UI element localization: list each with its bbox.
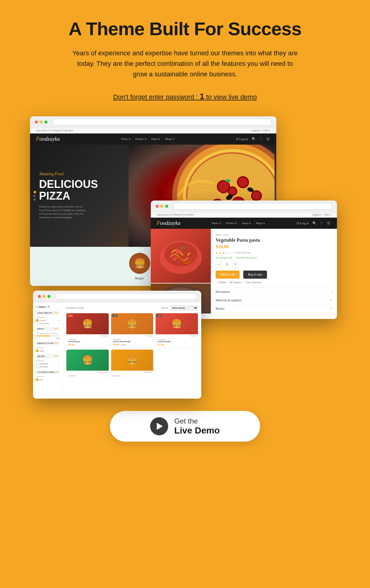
- product-type-title: PRODUCT TYPE Reset: [36, 341, 60, 345]
- product-label: Burger: [129, 276, 150, 280]
- password-number: 1: [200, 92, 205, 101]
- price-3: $25.00: [157, 343, 196, 346]
- store-nav-2: Foodzayka Home ∨ Product ∨ Pages ∨ Blogs…: [151, 218, 337, 229]
- svg-point-14: [252, 191, 261, 200]
- url-bar: [52, 119, 271, 125]
- store-tagline: Open Doors To A World Of Craft Beer: [36, 129, 73, 132]
- product-card-1: New 🍔 • In stock burgerking cheeseburger…: [66, 313, 109, 348]
- product-img-5: 🍔: [111, 350, 153, 371]
- add-to-cart-button[interactable]: Add to cart: [216, 271, 240, 279]
- accordion-review[interactable]: Review+: [216, 304, 332, 313]
- nav-dot: [34, 199, 35, 201]
- instock-filter[interactable]: In stock 6: [36, 319, 60, 322]
- sort-select[interactable]: Best selling Price: Low to High Price: H…: [170, 305, 198, 311]
- filters-header: ≡ Filters ⊞: [36, 305, 60, 308]
- sort-area: Sort by Best selling Price: Low to High …: [162, 305, 198, 311]
- burgerking-filter[interactable]: burgerking 3: [36, 362, 60, 365]
- stock-5: • out of stock: [111, 371, 153, 374]
- cta-line1: Get the: [174, 417, 220, 425]
- product-actions-row: ♡ Wishlist ⊞ Compare ? Ask a Question: [216, 281, 332, 284]
- minimize-dot-2: [160, 205, 163, 208]
- buy-now-button[interactable]: Buy it now: [243, 271, 267, 279]
- nav-links: Home ∨ Product ∨ Pages ∨ Blogs ∨: [121, 137, 174, 140]
- price-reset[interactable]: Reset: [54, 328, 59, 330]
- svg-point-16: [229, 188, 236, 195]
- product-main-image: [151, 229, 211, 283]
- product-card-5: 🍔 • out of stock burgerking: [111, 349, 154, 378]
- product-type-reset[interactable]: Reset: [54, 342, 59, 345]
- custom-label-reset[interactable]: Reset: [55, 371, 59, 373]
- cta-wrapper: Get the Live Demo: [24, 411, 346, 442]
- product-img-1: New 🍔: [66, 313, 109, 334]
- sort-label: Sort by: [162, 307, 168, 309]
- name-3: seafood burger: [157, 340, 196, 343]
- page-wrapper: A Theme Built For Success Years of exper…: [0, 0, 370, 466]
- browser-mockup-shop: ≡ Filters ⊞ AVAILABILITY Reset 0 selecte…: [33, 291, 201, 399]
- nav-icons-2: ⊙ Log in 🔍 ♡ 🛒: [296, 221, 331, 225]
- burger-type-filter[interactable]: burger 3: [36, 349, 60, 352]
- new-badge-2: 100: [112, 314, 117, 317]
- store-logo-2: Foodzayka: [157, 220, 180, 226]
- store-nav: Foodzayka Home ∨ Product ∨ Pages ∨ Blogs…: [30, 133, 276, 145]
- svg-point-8: [238, 177, 248, 187]
- store-top-bar-2: Open Doors To A World Of Craft Beer Engl…: [151, 212, 337, 218]
- custom-label-selected: 0 selected: [36, 375, 60, 378]
- product-card-4: 🍔 • out of stock mcdonald's: [66, 349, 109, 378]
- outstock-filter[interactable]: Out of stock 1: [36, 322, 60, 325]
- svg-point-23: [175, 249, 180, 254]
- close-dot-3: [38, 295, 41, 298]
- products-grid-area: 9 products viewed Sort by Best selling P…: [63, 302, 201, 399]
- filters-label: Filters: [39, 305, 46, 308]
- mcdonalds-filter[interactable]: mcdonald's 2: [36, 365, 60, 368]
- brand-reset[interactable]: Reset: [54, 355, 59, 357]
- maximize-dot: [44, 121, 47, 124]
- minimize-dot: [40, 121, 43, 124]
- nav-links-2: Home ∨ Product ∨ Pages ∨ Blogs ∨: [212, 222, 265, 225]
- hero-description: Embark on a gastronomic adventure with o…: [39, 205, 87, 219]
- product-name: Vegetable Pasta pasta: [216, 237, 332, 243]
- qty-plus-button[interactable]: +: [232, 262, 238, 268]
- cta-text: Get the Live Demo: [174, 417, 220, 436]
- cta-line2: Live Demo: [174, 425, 220, 436]
- name-2: bacon cheeseburger: [113, 340, 152, 343]
- close-dot: [35, 121, 38, 124]
- product-detail: Home / pasta Vegetable Pasta pasta $18.0…: [211, 229, 337, 319]
- ask-question-action[interactable]: ? Ask a Question: [245, 281, 261, 284]
- availability-reset[interactable]: Reset: [54, 312, 59, 314]
- stock-2: • In stock: [111, 334, 153, 337]
- live-demo-button[interactable]: Get the Live Demo: [110, 411, 260, 442]
- compare-action[interactable]: ⊞ Compare: [230, 281, 241, 284]
- shop-top-bar: 9 products viewed Sort by Best selling P…: [66, 305, 198, 311]
- filter-icon: ≡: [36, 305, 38, 308]
- hero-subtitle: Years of experience and expertise have t…: [71, 48, 299, 80]
- product-image-burger: 🍔: [129, 253, 150, 274]
- product-img-3: 184 🍔: [156, 313, 198, 334]
- store-logo: Foodzayka: [36, 136, 60, 142]
- results-count: 9 products viewed: [66, 307, 84, 309]
- screenshots-area: Open Doors To A World Of Craft Beer Engl…: [24, 116, 346, 387]
- pizza-hero-text: Amazing Food DELICIOUS PIZZA Embark on a…: [39, 172, 98, 219]
- product-info-3: mcdonald's seafood burger $25.00: [156, 337, 198, 347]
- accordion-materials[interactable]: Materials & suppliers+: [216, 296, 332, 304]
- products-grid: New 🍔 • In stock burgerking cheeseburger…: [66, 313, 198, 378]
- store-top-bar: Open Doors To A World Of Craft Beer Engl…: [30, 128, 276, 133]
- cart-icon: 🛒: [266, 137, 270, 141]
- name-1: cheeseburger: [68, 340, 107, 343]
- brand-selected: 0 selected: [36, 360, 60, 362]
- svg-point-22: [164, 242, 197, 266]
- hero-heading: DELICIOUS PIZZA: [39, 178, 98, 202]
- new-badge-3: 184: [157, 314, 162, 317]
- wishlist-action[interactable]: ♡ Wishlist: [216, 281, 226, 284]
- wishlist-icon: ♡: [259, 137, 262, 141]
- qty-minus-button[interactable]: −: [216, 262, 222, 268]
- product-info-5: burgerking: [111, 374, 153, 378]
- accordion-description[interactable]: Description−: [216, 287, 332, 296]
- new-label-filter[interactable]: New 3: [36, 378, 60, 381]
- qty-value: 1: [224, 262, 230, 267]
- play-triangle: [157, 423, 163, 430]
- minimize-dot-3: [43, 295, 46, 298]
- product-img-4: 🍔: [66, 350, 109, 371]
- product-type-selected: 0 selected: [36, 347, 60, 349]
- availability-filter-title: AVAILABILITY Reset: [36, 311, 60, 315]
- brand-5: burgerking: [113, 375, 152, 377]
